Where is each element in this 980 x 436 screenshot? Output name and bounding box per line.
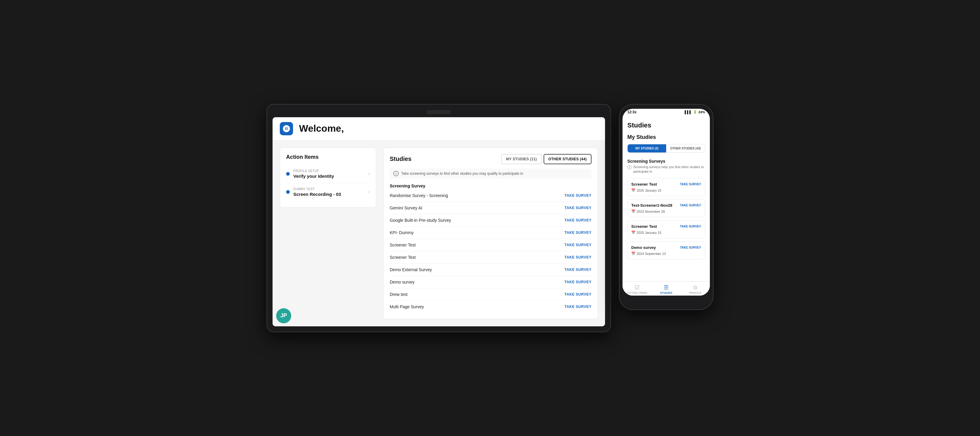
action-items-nav-label: ACTION ITEMS [627, 291, 647, 294]
survey-row: Google Built-In Pre-study Survey TAKE SU… [390, 214, 592, 227]
phone-survey-top: Screener Test TAKE SURVEY [631, 224, 701, 229]
screening-survey-label: Screening Survey [390, 183, 592, 188]
profile-nav-label: PROFILE [689, 291, 702, 294]
battery-icon: 🔋 [693, 110, 697, 114]
survey-name: Demo survey [390, 280, 414, 285]
phone-nav-profile[interactable]: ⊙ PROFILE [681, 284, 710, 294]
calendar-icon: 📅 [631, 188, 635, 192]
signal-icon: ▌▌▌ [685, 110, 692, 114]
tablet-device: Welcome, Action Items PROFILE SETUP Veri… [267, 105, 611, 332]
phone-bottom-nav: ☑ ACTION ITEMS ☰ STUDIES ⊙ PROFILE [622, 282, 710, 296]
phone-survey-date: 📅 2023 November 28 [631, 209, 701, 213]
phone-section-title: My Studies [627, 134, 705, 140]
tablet-body: Action Items PROFILE SETUP Verify your I… [272, 140, 605, 326]
survey-name: Randomise Survey - Screening [390, 193, 448, 198]
action-item-profile-label: PROFILE SETUP [293, 169, 368, 173]
phone-survey-name: Screener Test [631, 182, 657, 186]
action-dot-dummy [286, 190, 290, 194]
phone-tab-my-studies[interactable]: MY STUDIES (3) [628, 144, 666, 153]
phone-status-icons: ▌▌▌ 🔋 24% [685, 110, 705, 114]
app-logo [280, 122, 293, 135]
action-chevron-dummy: › [368, 189, 370, 195]
phone-status-bar: 12:3x ▌▌▌ 🔋 24% [622, 109, 710, 116]
phone-device: 12:3x ▌▌▌ 🔋 24% Studies My Studies MY ST… [619, 105, 713, 309]
survey-name: Screener Test [390, 255, 415, 260]
phone-survey-name: Screener Test [631, 224, 657, 229]
phone-survey-card: Screener Test TAKE SURVEY 📅 2025 January… [627, 220, 705, 238]
take-survey-button[interactable]: TAKE SURVEY [565, 218, 592, 222]
studies-panel: Studies MY STUDIES (11) OTHER STUDIES (4… [383, 148, 598, 319]
tab-other-studies[interactable]: OTHER STUDIES (44) [544, 154, 592, 164]
profile-nav-icon: ⊙ [693, 284, 697, 291]
studies-nav-label: STUDIES [660, 291, 672, 294]
phone-survey-date: 📅 2024 September 13 [631, 251, 701, 256]
action-item-dummy[interactable]: Dummy Test Screen Recording - 03 › [286, 183, 370, 201]
survey-row: Demo survey TAKE SURVEY [390, 276, 592, 288]
action-item-dummy-content: Dummy Test Screen Recording - 03 [293, 188, 368, 197]
phone-screening-title: Screening Surveys [627, 159, 705, 164]
phone-survey-top: Demo survey TAKE SURVEY [631, 245, 701, 250]
take-survey-button[interactable]: TAKE SURVEY [565, 193, 592, 198]
phone-survey-card: Screener Test TAKE SURVEY 📅 2025 January… [627, 178, 705, 196]
phone-survey-name: Demo survey [631, 245, 656, 250]
phone-info-bar: i Screening surveys help you find other … [627, 165, 705, 174]
calendar-icon: 📅 [631, 209, 635, 213]
tab-my-studies[interactable]: MY STUDIES (11) [501, 154, 541, 164]
action-items-title: Action Items [286, 154, 370, 160]
tablet-screen: Welcome, Action Items PROFILE SETUP Veri… [272, 117, 605, 326]
action-item-profile[interactable]: PROFILE SETUP Verify your Identity › [286, 165, 370, 183]
welcome-heading: Welcome, [299, 123, 344, 134]
take-survey-button[interactable]: TAKE SURVEY [565, 255, 592, 259]
action-item-profile-title: Verify your Identity [293, 173, 368, 179]
studies-header: Studies MY STUDIES (11) OTHER STUDIES (4… [390, 154, 592, 164]
phone-tab-other-studies[interactable]: OTHER STUDIES (43) [666, 144, 705, 153]
phone-info-text: Screening surveys help you find other st… [633, 165, 705, 174]
outer-wrapper: Welcome, Action Items PROFILE SETUP Veri… [267, 105, 713, 332]
survey-name: KPI- Dummy [390, 230, 414, 235]
studies-title: Studies [390, 156, 411, 162]
survey-row: Drew test TAKE SURVEY [390, 288, 592, 301]
survey-row: KPI- Dummy TAKE SURVEY [390, 227, 592, 239]
phone-take-survey-button[interactable]: TAKE SURVEY [680, 183, 701, 186]
take-survey-button[interactable]: TAKE SURVEY [565, 267, 592, 272]
phone-take-survey-button[interactable]: TAKE SURVEY [680, 225, 701, 228]
survey-name: Screener Test [390, 243, 415, 247]
take-survey-button[interactable]: TAKE SURVEY [565, 305, 592, 309]
take-survey-button[interactable]: TAKE SURVEY [565, 231, 592, 235]
take-survey-button[interactable]: TAKE SURVEY [565, 292, 592, 296]
phone-survey-card: Test-Screener1-Nov28 TAKE SURVEY 📅 2023 … [627, 199, 705, 217]
info-icon: i [393, 171, 399, 176]
action-chevron-profile: › [368, 171, 370, 177]
calendar-icon: 📅 [631, 251, 635, 256]
survey-name: Gemini Survey AI [390, 205, 422, 210]
studies-info-bar: i Take screening surveys to find other s… [390, 169, 592, 179]
phone-survey-card: Demo survey TAKE SURVEY 📅 2024 September… [627, 241, 705, 259]
phone-survey-top: Screener Test TAKE SURVEY [631, 182, 701, 186]
survey-row: Demo External Survey TAKE SURVEY [390, 264, 592, 276]
phone-tab-group: MY STUDIES (3) OTHER STUDIES (43) [627, 144, 705, 153]
phone-content: Studies My Studies MY STUDIES (3) OTHER … [622, 116, 710, 282]
take-survey-button[interactable]: TAKE SURVEY [565, 206, 592, 210]
battery-percent: 24% [698, 110, 705, 114]
studies-tab-group: MY STUDIES (11) OTHER STUDIES (44) [501, 154, 592, 164]
action-item-dummy-title: Screen Recording - 03 [293, 192, 368, 197]
survey-date-text: 2025 January 15 [637, 189, 661, 192]
phone-take-survey-button[interactable]: TAKE SURVEY [680, 246, 701, 249]
action-dot-profile [286, 172, 290, 176]
survey-row: Multi Page Survey TAKE SURVEY [390, 301, 592, 313]
phone-time: 12:3x [627, 110, 637, 114]
survey-row: Randomise Survey - Screening TAKE SURVEY [390, 189, 592, 202]
studies-nav-icon: ☰ [664, 284, 668, 291]
survey-row: Gemini Survey AI TAKE SURVEY [390, 202, 592, 214]
phone-take-survey-button[interactable]: TAKE SURVEY [680, 204, 701, 207]
take-survey-button[interactable]: TAKE SURVEY [565, 243, 592, 247]
phone-nav-action-items[interactable]: ☑ ACTION ITEMS [622, 284, 652, 294]
survey-date-text: 2025 January 15 [637, 231, 661, 234]
take-survey-button[interactable]: TAKE SURVEY [565, 280, 592, 284]
phone-survey-top: Test-Screener1-Nov28 TAKE SURVEY [631, 203, 701, 208]
tablet-camera [427, 110, 451, 114]
survey-date-text: 2024 September 13 [637, 252, 666, 256]
phone-nav-studies[interactable]: ☰ STUDIES [652, 284, 681, 294]
action-item-profile-content: PROFILE SETUP Verify your Identity [293, 169, 368, 179]
phone-survey-list: Screener Test TAKE SURVEY 📅 2025 January… [627, 178, 705, 259]
